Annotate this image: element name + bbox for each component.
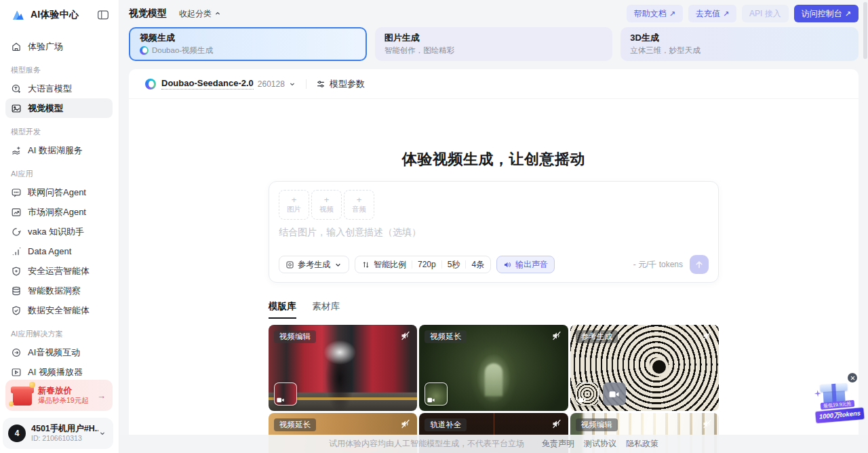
template-tag: 视频编辑	[274, 330, 316, 343]
recharge-button[interactable]: 去充值↗	[688, 5, 736, 22]
collapse-categories-label: 收起分类	[179, 8, 212, 20]
upload-audio-button[interactable]: + 音频	[344, 190, 374, 220]
link-privacy-policy[interactable]: 隐私政策	[626, 438, 658, 450]
category-title: 视频生成	[140, 32, 356, 45]
template-tag: 视频编辑	[576, 418, 618, 431]
ratio-arrows-icon	[361, 260, 370, 269]
main-area: 视觉模型 收起分类 帮助文档↗ 去充值↗ API 接入 访问控制台↗ 视频生成 …	[119, 0, 868, 453]
output-settings-group[interactable]: 智能比例 720p 5秒 4条	[355, 256, 491, 273]
external-link-icon: ↗	[669, 9, 675, 18]
template-card[interactable]: 视频编辑	[269, 325, 417, 411]
sidebar-item-llm[interactable]: 大语言模型	[5, 79, 113, 98]
category-cards: 视频生成 Doubao-视频生成 图片生成 智能创作，图绘精彩 3D生成 立体三…	[129, 27, 859, 61]
sidebar-item-label: 大语言模型	[28, 83, 72, 95]
plus-icon: +	[292, 195, 297, 204]
sidebar-item-data-lake[interactable]: AI 数据湖服务	[5, 140, 113, 160]
shield-check-icon	[11, 305, 22, 316]
scrollbar[interactable]	[863, 2, 867, 59]
resolution-value: 720p	[418, 260, 436, 269]
image-icon	[578, 397, 586, 403]
sidebar-item-vaka-assistant[interactable]: vaka 知识助手	[5, 222, 113, 241]
library-tabs: 模版库 素材库	[269, 300, 719, 319]
model-params-button[interactable]: 模型参数	[316, 78, 365, 90]
brand-logo-icon	[11, 7, 26, 22]
sidebar-item-data-agent[interactable]: Data Agent	[5, 241, 113, 261]
nav-section-title: 模型服务	[11, 65, 119, 75]
sidebar-item-data-security[interactable]: 数据安全智能体	[5, 300, 113, 320]
disclaimer-text: 试用体验内容均由人工智能模型生成，不代表平台立场	[329, 438, 524, 450]
chevron-up-icon	[214, 9, 222, 18]
circle-arrow-icon	[11, 347, 22, 358]
category-card-3d[interactable]: 3D生成 立体三维，妙型天成	[620, 27, 859, 61]
user-account[interactable]: 4 4501手机用户#H... ID: 2106610313	[3, 418, 113, 449]
audio-output-toggle[interactable]: 输出声音	[496, 256, 555, 273]
hero-title: 体验视频生成，让创意摇动	[129, 149, 859, 170]
submit-button[interactable]	[690, 255, 709, 274]
upload-video-button[interactable]: + 视频	[311, 190, 342, 220]
brand-name: AI体验中心	[31, 9, 97, 21]
token-promo-widget[interactable]: 最低19.9元抢 1000万tokens	[815, 373, 857, 422]
sidebar-item-label: AI音视频互动	[28, 347, 80, 359]
source-thumbnail	[576, 382, 599, 406]
muted-icon[interactable]	[702, 330, 713, 341]
sidebar-collapse-icon[interactable]	[97, 9, 109, 21]
sidebar-item-video-player[interactable]: AI 视频播放器	[5, 362, 113, 382]
category-subtitle: 立体三维，妙型天成	[630, 45, 701, 56]
sidebar-item-data-insight[interactable]: 智能数据洞察	[5, 281, 113, 300]
app-root: AI体验中心 体验广场 模型服务 大语言模型 视觉模型 模型开发 AI	[0, 0, 868, 453]
video-camera-icon	[609, 391, 619, 398]
source-thumbnail	[274, 382, 297, 406]
help-docs-button[interactable]: 帮助文档↗	[627, 5, 683, 22]
console-button[interactable]: 访问控制台↗	[794, 5, 859, 22]
sidebar-item-label: AI 视频播放器	[28, 366, 83, 378]
chevron-down-icon[interactable]	[288, 80, 296, 88]
model-bar: Doubao-Seedance-2.0 260128 模型参数	[129, 69, 859, 99]
sidebar-item-av-interaction[interactable]: AI音视频互动	[5, 342, 113, 362]
model-name[interactable]: Doubao-Seedance-2.0	[161, 78, 254, 90]
template-card[interactable]: 参考生成	[570, 325, 719, 411]
sidebar-nav: 体验广场 模型服务 大语言模型 视觉模型 模型开发 AI 数据湖服务 AI应用 …	[0, 37, 119, 401]
chat-icon	[11, 187, 22, 198]
sidebar-item-vision-model[interactable]: 视觉模型	[5, 98, 113, 118]
ratio-value: 智能比例	[374, 259, 406, 271]
reference-mode-select[interactable]: 参考生成	[279, 256, 349, 273]
prompt-composer: + 图片 + 视频 + 音频 参考生成	[269, 181, 719, 283]
link-disclaimer[interactable]: 免责声明	[542, 438, 574, 450]
chart-icon	[11, 207, 22, 218]
external-link-icon: ↗	[723, 9, 729, 18]
upload-image-button[interactable]: + 图片	[279, 190, 309, 220]
close-icon[interactable]	[848, 373, 857, 382]
promo-banner[interactable]: 新春放价 爆品秒杀19元起 →	[5, 380, 113, 411]
muted-icon[interactable]	[400, 330, 411, 341]
template-tag: 参考生成	[576, 330, 618, 343]
sliders-icon	[316, 79, 326, 89]
sidebar-item-home[interactable]: 体验广场	[5, 37, 113, 56]
user-id: ID: 2106610313	[31, 434, 98, 443]
tab-templates[interactable]: 模版库	[269, 300, 296, 319]
muted-icon[interactable]	[551, 330, 562, 341]
category-card-image[interactable]: 图片生成 智能创作，图绘精彩	[375, 27, 613, 61]
prompt-input[interactable]	[279, 226, 709, 250]
category-card-video[interactable]: 视频生成 Doubao-视频生成	[129, 27, 367, 61]
nav-section-title: AI应用解决方案	[11, 329, 119, 339]
model-version-badge: 260128	[258, 79, 285, 89]
count-value: 4条	[471, 259, 484, 271]
sidebar-item-web-qa-agent[interactable]: 联网问答Agent	[5, 182, 113, 202]
sidebar-item-security-ops[interactable]: 安全运营智能体	[5, 261, 113, 281]
muted-icon[interactable]	[702, 418, 713, 429]
sidebar-item-label: 市场洞察Agent	[28, 206, 86, 218]
shield-plus-icon	[11, 266, 22, 277]
sidebar-item-label: 视觉模型	[28, 102, 63, 115]
muted-icon[interactable]	[400, 418, 411, 429]
template-card[interactable]: 视频延长	[419, 325, 568, 411]
sidebar-item-label: 安全运营智能体	[28, 265, 90, 277]
sidebar-item-market-insight-agent[interactable]: 市场洞察Agent	[5, 202, 113, 222]
tab-assets[interactable]: 素材库	[313, 300, 340, 319]
vision-model-icon	[11, 103, 22, 114]
signal-icon	[11, 246, 22, 257]
link-test-agreement[interactable]: 测试协议	[584, 438, 616, 450]
collapse-categories-toggle[interactable]: 收起分类	[179, 8, 222, 20]
reference-icon	[285, 260, 294, 269]
muted-icon[interactable]	[551, 418, 562, 429]
video-icon	[427, 397, 435, 403]
